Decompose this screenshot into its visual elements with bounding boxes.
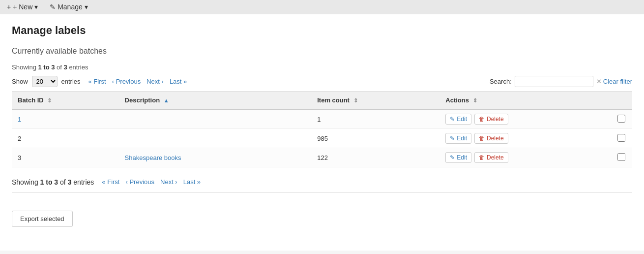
plus-icon: + — [7, 3, 11, 11]
bottom-showing-range: 1 to 3 — [40, 178, 59, 186]
top-pagination: « First ‹ Previous Next › Last » — [87, 77, 189, 86]
table-row: 11✎ Edit🗑 Delete — [12, 109, 632, 129]
previous-page-link[interactable]: ‹ Previous — [110, 77, 143, 86]
cell-batch-id: 2 — [12, 129, 119, 148]
delete-button[interactable]: 🗑 Delete — [474, 133, 508, 144]
cell-checkbox — [611, 129, 632, 148]
cell-item-count: 122 — [311, 148, 439, 167]
edit-button[interactable]: ✎ Edit — [445, 114, 471, 125]
showing-middle: of — [55, 64, 63, 71]
delete-button[interactable]: 🗑 Delete — [474, 152, 508, 163]
batch-id-link[interactable]: 1 — [18, 116, 21, 123]
search-input[interactable] — [515, 76, 593, 87]
bottom-showing-info: Showing 1 to 3 of 3 entries — [12, 178, 94, 186]
bottom-pagination: « First ‹ Previous Next › Last » — [100, 177, 203, 187]
bottom-showing-suffix: entries — [71, 178, 94, 186]
cell-actions: ✎ Edit🗑 Delete — [439, 129, 611, 148]
clear-filter-link[interactable]: ✕ Clear filter — [596, 78, 632, 85]
controls-bar: Show 10 20 50 100 entries « First ‹ Prev… — [12, 76, 632, 87]
description-sort-icon: ▲ — [164, 97, 169, 103]
show-select[interactable]: 10 20 50 100 — [32, 76, 58, 87]
table-header-row: Batch ID ⇕ Description ▲ Item count ⇕ Ac… — [12, 92, 632, 110]
cell-batch-id: 1 — [12, 109, 119, 129]
batches-table: Batch ID ⇕ Description ▲ Item count ⇕ Ac… — [12, 91, 632, 167]
cell-description — [119, 129, 312, 148]
next-page-link[interactable]: Next › — [145, 77, 166, 86]
show-label: Show — [12, 78, 28, 85]
clear-filter-label: Clear filter — [603, 78, 632, 85]
last-page-link[interactable]: Last » — [168, 77, 189, 86]
col-header-actions[interactable]: Actions ⇕ — [439, 92, 611, 110]
col-header-batch-id[interactable]: Batch ID ⇕ — [12, 92, 119, 110]
edit-icon: ✎ — [450, 154, 455, 161]
row-select-checkbox[interactable] — [617, 115, 625, 123]
export-selected-button[interactable]: Export selected — [12, 211, 73, 227]
cell-item-count: 985 — [311, 129, 439, 148]
edit-icon: ✎ — [450, 116, 455, 123]
divider — [12, 192, 632, 193]
trash-icon: 🗑 — [479, 135, 485, 142]
edit-icon: ✎ — [450, 135, 455, 142]
delete-button[interactable]: 🗑 Delete — [474, 114, 508, 125]
bottom-showing-prefix: Showing — [12, 178, 40, 186]
edit-button[interactable]: ✎ Edit — [445, 152, 471, 163]
cell-checkbox — [611, 148, 632, 167]
first-page-link[interactable]: « First — [87, 77, 108, 86]
manage-dropdown-icon: ▾ — [85, 3, 88, 11]
showing-suffix: entries — [67, 64, 88, 71]
manage-label: ✎ Manage — [50, 3, 82, 11]
cell-checkbox — [611, 109, 632, 129]
top-navigation: + + New ▾ ✎ Manage ▾ — [0, 0, 644, 14]
col-header-description[interactable]: Description ▲ — [119, 92, 312, 110]
bottom-controls: Showing 1 to 3 of 3 entries « First ‹ Pr… — [12, 173, 632, 187]
row-select-checkbox[interactable] — [617, 134, 625, 142]
showing-prefix: Showing — [12, 64, 38, 71]
description-link[interactable]: Shakespeare books — [125, 154, 181, 161]
cell-batch-id: 3 — [12, 148, 119, 167]
batch-id-sort-icon: ⇕ — [47, 97, 52, 104]
col-header-item-count[interactable]: Item count ⇕ — [311, 92, 439, 110]
col-header-checkbox — [611, 92, 632, 110]
cell-item-count: 1 — [311, 109, 439, 129]
bottom-next-page-link[interactable]: Next › — [158, 177, 179, 187]
top-showing-info: Showing 1 to 3 of 3 entries — [12, 64, 632, 71]
item-count-sort-icon: ⇕ — [353, 97, 358, 104]
entries-label: entries — [61, 78, 81, 85]
search-bar: Search: ✕ Clear filter — [490, 76, 632, 87]
cell-actions: ✎ Edit🗑 Delete — [439, 148, 611, 167]
actions-sort-icon: ⇕ — [473, 97, 477, 104]
search-label: Search: — [490, 78, 512, 85]
cell-description: Shakespeare books — [119, 148, 312, 167]
new-label: + New — [13, 3, 32, 11]
showing-total: 3 — [64, 64, 67, 71]
cell-description — [119, 109, 312, 129]
bottom-first-page-link[interactable]: « First — [100, 177, 121, 187]
section-title: Currently available batches — [12, 47, 632, 56]
edit-button[interactable]: ✎ Edit — [445, 133, 471, 144]
page-title: Manage labels — [12, 24, 632, 37]
manage-menu-button[interactable]: ✎ Manage ▾ — [48, 2, 89, 12]
new-menu-button[interactable]: + + New ▾ — [5, 2, 40, 12]
main-content: Manage labels Currently available batche… — [0, 14, 644, 251]
new-dropdown-icon: ▾ — [34, 3, 38, 11]
table-row: 2985✎ Edit🗑 Delete — [12, 129, 632, 148]
bottom-last-page-link[interactable]: Last » — [181, 177, 203, 187]
row-select-checkbox[interactable] — [617, 153, 625, 161]
cell-actions: ✎ Edit🗑 Delete — [439, 109, 611, 129]
bottom-previous-page-link[interactable]: ‹ Previous — [123, 177, 156, 187]
table-row: 3Shakespeare books122✎ Edit🗑 Delete — [12, 148, 632, 167]
bottom-showing-middle: of — [58, 178, 67, 186]
trash-icon: 🗑 — [479, 116, 485, 123]
x-icon: ✕ — [596, 78, 602, 85]
showing-range: 1 to 3 — [38, 64, 55, 71]
trash-icon: 🗑 — [479, 154, 485, 161]
